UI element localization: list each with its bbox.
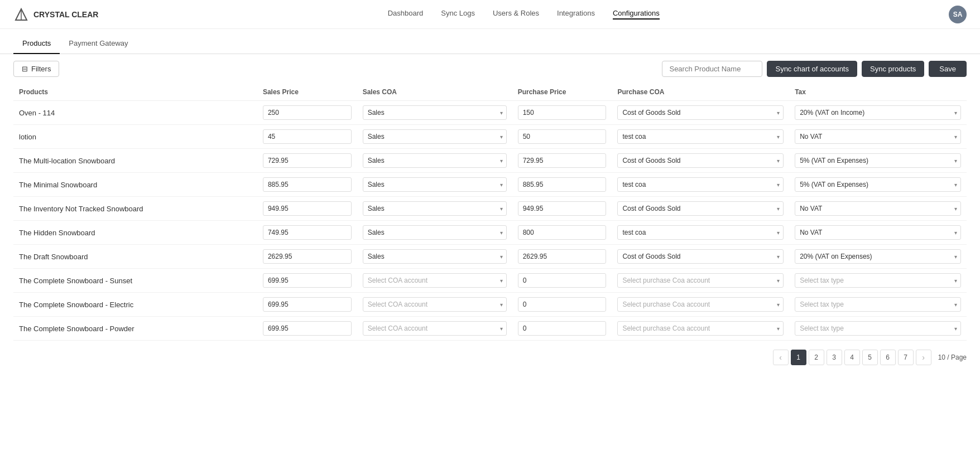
page-6-button[interactable]: 6 xyxy=(880,350,896,365)
tax-select[interactable]: Select tax type No VAT 20% (VAT on Incom… xyxy=(795,297,961,312)
purchase-price-input[interactable] xyxy=(518,129,607,144)
page-7-button[interactable]: 7 xyxy=(898,350,914,365)
search-input[interactable] xyxy=(662,61,762,77)
purchase-coa-select[interactable]: Cost of Goods Sold Cost of Goods Sold te… xyxy=(617,201,784,216)
tax-select[interactable]: 5% (VAT on Expenses) No VAT 20% (VAT on … xyxy=(795,177,961,192)
cell-purchase-price xyxy=(512,173,612,197)
purchase-price-input[interactable] xyxy=(518,105,607,120)
filter-button[interactable]: ⊟ Filters xyxy=(13,61,59,77)
sales-price-input[interactable] xyxy=(263,249,352,264)
purchase-coa-select[interactable]: test coa Cost of Goods Sold test coa xyxy=(617,225,784,240)
sales-coa-select-wrap: Sales Sales Cost of Goods Sold test coa … xyxy=(363,153,507,168)
cell-tax: 20% (VAT on Expenses) No VAT 20% (VAT on… xyxy=(789,245,967,269)
prev-page-button[interactable]: ‹ xyxy=(773,350,789,365)
tax-select[interactable]: No VAT No VAT 20% (VAT on Income) 5% (VA… xyxy=(795,201,961,216)
tab-payment-gateway[interactable]: Payment Gateway xyxy=(60,33,137,54)
sales-price-input[interactable] xyxy=(263,129,352,144)
purchase-coa-select[interactable]: Select purchase Coa account Cost of Good… xyxy=(617,321,784,336)
purchase-price-input[interactable] xyxy=(518,321,607,336)
cell-tax: Select tax type No VAT 20% (VAT on Incom… xyxy=(789,317,967,341)
cell-product-name: lotion xyxy=(13,125,257,149)
page-1-button[interactable]: 1 xyxy=(791,350,806,365)
sales-price-input[interactable] xyxy=(263,105,352,120)
sales-price-input[interactable] xyxy=(263,225,352,240)
sales-coa-select[interactable]: Sales Sales Cost of Goods Sold test coa xyxy=(363,201,507,216)
purchase-price-input[interactable] xyxy=(518,153,607,168)
tax-select[interactable]: 20% (VAT on Expenses) No VAT 20% (VAT on… xyxy=(795,249,961,264)
tax-select-wrap: 20% (VAT on Expenses) No VAT 20% (VAT on… xyxy=(795,249,961,264)
filter-label: Filters xyxy=(31,65,51,73)
sales-price-input[interactable] xyxy=(263,201,352,216)
purchase-coa-select[interactable]: Cost of Goods Sold Cost of Goods Sold te… xyxy=(617,105,784,120)
page-4-button[interactable]: 4 xyxy=(844,350,860,365)
purchase-coa-select[interactable]: Select purchase Coa account Cost of Good… xyxy=(617,273,784,288)
nav-users-roles[interactable]: Users & Roles xyxy=(493,9,539,20)
nav-sync-logs[interactable]: Sync Logs xyxy=(441,9,475,20)
purchase-price-input[interactable] xyxy=(518,249,607,264)
purchase-price-input[interactable] xyxy=(518,201,607,216)
avatar[interactable]: SA xyxy=(949,6,967,23)
cell-sales-price xyxy=(257,125,357,149)
tax-select[interactable]: 5% (VAT on Expenses) No VAT 20% (VAT on … xyxy=(795,153,961,168)
table-row: The Multi-location Snowboard Sales Sales… xyxy=(13,149,967,173)
top-nav: CRYSTAL CLEAR Dashboard Sync Logs Users … xyxy=(0,0,980,29)
sales-price-input[interactable] xyxy=(263,321,352,336)
purchase-price-input[interactable] xyxy=(518,177,607,192)
nav-dashboard[interactable]: Dashboard xyxy=(388,9,424,20)
sales-coa-select[interactable]: Sales Sales Cost of Goods Sold test coa xyxy=(363,249,507,264)
cell-product-name: The Multi-location Snowboard xyxy=(13,149,257,173)
tax-select[interactable]: No VAT No VAT 20% (VAT on Income) 5% (VA… xyxy=(795,225,961,240)
page-5-button[interactable]: 5 xyxy=(862,350,878,365)
cell-sales-price xyxy=(257,149,357,173)
tax-select[interactable]: 20% (VAT on Income) No VAT 20% (VAT on I… xyxy=(795,105,961,120)
purchase-coa-select[interactable]: test coa Cost of Goods Sold test coa xyxy=(617,129,784,144)
page-2-button[interactable]: 2 xyxy=(809,350,824,365)
sales-coa-select[interactable]: Sales Sales Cost of Goods Sold test coa xyxy=(363,129,507,144)
purchase-price-input[interactable] xyxy=(518,297,607,312)
purchase-coa-select[interactable]: Cost of Goods Sold Cost of Goods Sold te… xyxy=(617,249,784,264)
sales-coa-select[interactable]: Sales Sales Cost of Goods Sold test coa xyxy=(363,105,507,120)
purchase-coa-select[interactable]: Select purchase Coa account Cost of Good… xyxy=(617,297,784,312)
table-row: lotion Sales Sales Cost of Goods Sold te… xyxy=(13,125,967,149)
tax-select[interactable]: No VAT No VAT 20% (VAT on Income) 5% (VA… xyxy=(795,129,961,144)
next-page-button[interactable]: › xyxy=(916,350,931,365)
cell-sales-coa: Sales Sales Cost of Goods Sold test coa … xyxy=(357,197,512,221)
tab-products[interactable]: Products xyxy=(13,33,60,54)
purchase-coa-select-wrap: Select purchase Coa account Cost of Good… xyxy=(617,297,784,312)
sync-coa-button[interactable]: Sync chart of accounts xyxy=(767,61,857,77)
sales-coa-select-wrap: Select COA account Sales Cost of Goods S… xyxy=(363,321,507,336)
table-row: The Complete Snowboard - Sunset Select C… xyxy=(13,269,967,293)
cell-purchase-coa: test coa Cost of Goods Sold test coa ▾ xyxy=(612,221,789,245)
sales-coa-select[interactable]: Select COA account Sales Cost of Goods S… xyxy=(363,273,507,288)
page-3-button[interactable]: 3 xyxy=(827,350,842,365)
purchase-price-input[interactable] xyxy=(518,225,607,240)
nav-configurations[interactable]: Configurations xyxy=(613,9,660,20)
sales-coa-select[interactable]: Select COA account Sales Cost of Goods S… xyxy=(363,321,507,336)
save-button[interactable]: Save xyxy=(929,61,967,77)
cell-tax: 5% (VAT on Expenses) No VAT 20% (VAT on … xyxy=(789,173,967,197)
nav-integrations[interactable]: Integrations xyxy=(557,9,595,20)
sales-price-input[interactable] xyxy=(263,273,352,288)
sales-price-input[interactable] xyxy=(263,297,352,312)
sales-coa-select[interactable]: Sales Sales Cost of Goods Sold test coa xyxy=(363,153,507,168)
purchase-price-input[interactable] xyxy=(518,273,607,288)
purchase-coa-select[interactable]: Cost of Goods Sold Cost of Goods Sold te… xyxy=(617,153,784,168)
sales-coa-select[interactable]: Sales Sales Cost of Goods Sold test coa xyxy=(363,177,507,192)
cell-sales-price xyxy=(257,197,357,221)
tax-select[interactable]: Select tax type No VAT 20% (VAT on Incom… xyxy=(795,321,961,336)
toolbar-left: ⊟ Filters xyxy=(13,61,59,77)
cell-purchase-price xyxy=(512,293,612,317)
cell-product-name: The Complete Snowboard - Powder xyxy=(13,317,257,341)
col-header-sales-price: Sales Price xyxy=(257,84,357,101)
sync-products-button[interactable]: Sync products xyxy=(862,61,924,77)
sales-price-input[interactable] xyxy=(263,177,352,192)
purchase-coa-select-wrap: Cost of Goods Sold Cost of Goods Sold te… xyxy=(617,105,784,120)
logo-text: CRYSTAL CLEAR xyxy=(33,10,98,19)
tax-select-wrap: Select tax type No VAT 20% (VAT on Incom… xyxy=(795,297,961,312)
sales-coa-select[interactable]: Select COA account Sales Cost of Goods S… xyxy=(363,297,507,312)
purchase-coa-select[interactable]: test coa Cost of Goods Sold test coa xyxy=(617,177,784,192)
sales-price-input[interactable] xyxy=(263,153,352,168)
cell-tax: 5% (VAT on Expenses) No VAT 20% (VAT on … xyxy=(789,149,967,173)
sales-coa-select[interactable]: Sales Sales Cost of Goods Sold test coa xyxy=(363,225,507,240)
tax-select[interactable]: Select tax type No VAT 20% (VAT on Incom… xyxy=(795,273,961,288)
